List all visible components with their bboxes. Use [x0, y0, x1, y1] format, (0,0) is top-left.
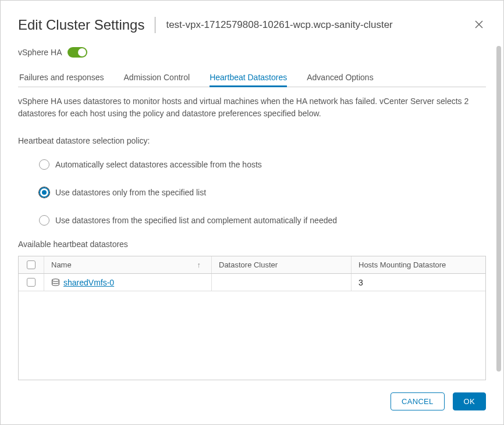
radio-icon [39, 159, 49, 170]
vsphere-ha-toggle[interactable] [68, 47, 87, 58]
cluster-name: test-vpx-1712579808-10261-wcp.wcp-sanity… [166, 19, 392, 31]
column-hosts-header[interactable]: Hosts Mounting Datastore [352, 256, 485, 273]
dialog-header: Edit Cluster Settings test-vpx-171257980… [18, 17, 486, 33]
toggle-label: vSphere HA [18, 48, 62, 57]
scrollbar[interactable] [496, 46, 501, 372]
row-checkbox[interactable] [27, 278, 36, 287]
radio-label: Automatically select datastores accessib… [55, 160, 262, 169]
radio-label: Use datastores only from the specified l… [55, 188, 206, 197]
sort-arrow-icon: ↑ [197, 260, 201, 269]
radio-option-auto[interactable]: Automatically select datastores accessib… [39, 159, 486, 170]
tab-bar: Failures and responses Admission Control… [18, 68, 486, 87]
description-text: vSphere HA uses datastores to monitor ho… [18, 95, 486, 120]
column-name-header[interactable]: Name ↑ [44, 256, 212, 273]
datastore-link[interactable]: sharedVmfs-0 [63, 278, 114, 287]
datastore-table: Name ↑ Datastore Cluster Hosts Mounting … [18, 256, 486, 380]
tab-admission-control[interactable]: Admission Control [124, 68, 190, 87]
radio-option-complement[interactable]: Use datastores from the specified list a… [39, 215, 486, 226]
radio-icon [39, 187, 49, 198]
ok-button[interactable]: OK [453, 392, 486, 410]
cell-value: 3 [359, 278, 363, 287]
table-caption: Available heartbeat datastores [18, 240, 486, 249]
table-row[interactable]: sharedVmfs-0 3 [19, 274, 485, 291]
tab-advanced-options[interactable]: Advanced Options [307, 68, 373, 87]
datastore-icon [51, 278, 60, 287]
column-title: Hosts Mounting Datastore [359, 260, 446, 269]
cancel-button[interactable]: CANCEL [391, 392, 445, 410]
dialog-title: Edit Cluster Settings [18, 17, 144, 33]
column-title: Name [51, 260, 72, 269]
radio-icon [39, 215, 49, 226]
divider [155, 17, 155, 33]
table-header-row: Name ↑ Datastore Cluster Hosts Mounting … [19, 256, 485, 274]
policy-radio-group: Automatically select datastores accessib… [18, 159, 486, 226]
column-title: Datastore Cluster [219, 260, 278, 269]
table-empty-area [19, 291, 485, 380]
policy-label: Heartbeat datastore selection policy: [18, 136, 486, 145]
svg-point-0 [52, 278, 59, 281]
close-icon[interactable] [472, 17, 486, 33]
column-cluster-header[interactable]: Datastore Cluster [212, 256, 352, 273]
radio-option-specified[interactable]: Use datastores only from the specified l… [39, 187, 486, 198]
tab-heartbeat-datastores[interactable]: Heartbeat Datastores [210, 68, 287, 87]
select-all-checkbox[interactable] [27, 260, 36, 269]
vsphere-ha-toggle-row: vSphere HA [18, 47, 486, 58]
dialog-footer: CANCEL OK [18, 381, 486, 424]
radio-label: Use datastores from the specified list a… [55, 216, 337, 225]
tab-failures-responses[interactable]: Failures and responses [19, 68, 104, 87]
